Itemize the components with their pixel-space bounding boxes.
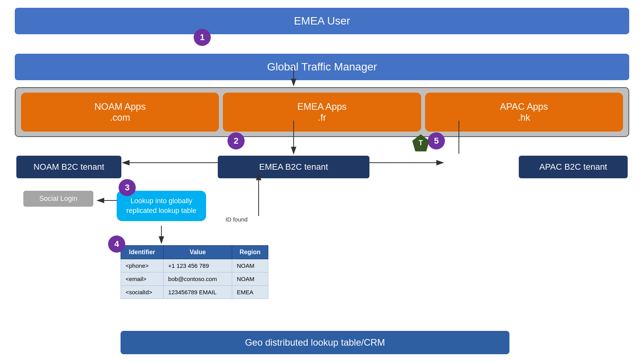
table-cell: +1 123 456 789	[163, 259, 232, 272]
gtm-bar: Global Traffic Manager	[15, 54, 629, 80]
table-cell: NOAM	[232, 272, 268, 286]
step-1-circle: 1	[194, 29, 211, 46]
table-cell: <phone>	[121, 259, 164, 272]
emea-apps-box: EMEA Apps .fr	[223, 93, 421, 132]
noam-b2c-tenant: NOAM B2C tenant	[16, 156, 121, 178]
col-value: Value	[163, 246, 232, 259]
lookup-table: Identifier Value Region <phone>+1 123 45…	[121, 245, 268, 299]
geo-bar: Geo distributed lookup table/CRM	[121, 331, 509, 354]
apac-b2c-tenant: APAC B2C tenant	[519, 156, 628, 178]
col-identifier: Identifier	[121, 246, 164, 259]
diagram-container: EMEA User 1 Global Traffic Manager NOAM …	[0, 0, 644, 362]
step-3-circle: 3	[119, 179, 136, 196]
table-cell: <socialId>	[121, 286, 164, 299]
emea-b2c-tenant: EMEA B2C tenant	[218, 156, 369, 178]
apps-row-container: NOAM Apps .com EMEA Apps .fr APAC Apps .…	[15, 87, 629, 137]
noam-apps-box: NOAM Apps .com	[21, 93, 219, 132]
id-found-label: ID found	[226, 216, 248, 223]
table-cell: <email>	[121, 272, 164, 286]
apac-apps-box: APAC Apps .hk	[425, 93, 623, 132]
step-5-circle: 5	[428, 132, 445, 149]
col-region: Region	[232, 246, 268, 259]
table-cell: EMEA	[232, 286, 268, 299]
table-cell: bob@contoso.com	[163, 272, 232, 286]
step-4-circle: 4	[108, 235, 125, 253]
step-2-circle: 2	[228, 132, 245, 149]
emea-user-bar: EMEA User	[15, 8, 629, 34]
table-cell: NOAM	[232, 259, 268, 272]
table-cell: 123456789 EMAIL	[163, 286, 232, 299]
social-login-box: Social Login	[23, 191, 93, 207]
